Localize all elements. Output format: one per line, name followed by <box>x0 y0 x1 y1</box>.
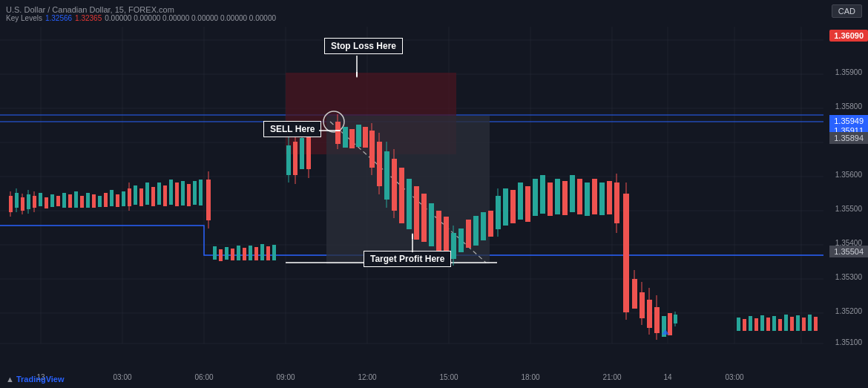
svg-rect-135 <box>503 188 508 226</box>
svg-rect-98 <box>335 122 341 144</box>
key-levels-label: Key Levels <box>6 14 42 22</box>
svg-rect-137 <box>518 183 523 220</box>
svg-rect-65 <box>163 185 167 206</box>
extra-levels: 0.00000 0.00000 0.00000 0.00000 0.00000 … <box>105 14 276 22</box>
svg-rect-119 <box>414 186 419 240</box>
svg-rect-148 <box>599 183 605 215</box>
svg-rect-55 <box>116 194 119 207</box>
stop-loss-annotation: Stop Loss Here <box>324 38 403 54</box>
svg-rect-61 <box>139 188 143 206</box>
svg-rect-141 <box>548 183 553 216</box>
svg-rect-121 <box>429 203 434 246</box>
svg-rect-142 <box>555 179 560 214</box>
svg-rect-128 <box>466 220 471 248</box>
svg-rect-78 <box>231 249 234 260</box>
price-8: 1.35300 <box>835 273 865 281</box>
chart-svg <box>0 27 823 366</box>
svg-rect-136 <box>510 190 516 223</box>
svg-rect-131 <box>488 211 493 237</box>
svg-rect-138 <box>525 186 530 222</box>
svg-rect-122 <box>436 211 441 251</box>
svg-rect-67 <box>175 183 179 206</box>
svg-rect-104 <box>363 127 368 148</box>
svg-rect-47 <box>68 194 72 208</box>
svg-rect-179 <box>772 316 776 331</box>
time-label-0300a: 03:00 <box>113 373 131 381</box>
svg-rect-53 <box>104 193 108 207</box>
svg-rect-178 <box>766 318 770 331</box>
svg-rect-169 <box>674 315 677 323</box>
time-label-1800: 18:00 <box>521 373 539 381</box>
svg-rect-147 <box>592 179 597 214</box>
svg-rect-176 <box>754 318 758 331</box>
symbol-text: U.S. Dollar / Canadian Dollar, 15, FOREX… <box>6 5 174 14</box>
svg-rect-164 <box>654 307 660 333</box>
svg-rect-184 <box>802 318 806 331</box>
svg-rect-183 <box>796 315 800 331</box>
svg-rect-69 <box>187 184 191 206</box>
svg-rect-102 <box>349 129 355 148</box>
symbol-name: U.S. Dollar / Canadian Dollar, 15, FOREX… <box>6 5 276 14</box>
svg-rect-120 <box>421 194 427 242</box>
svg-rect-48 <box>74 191 78 208</box>
svg-rect-149 <box>607 181 612 214</box>
svg-rect-56 <box>122 191 125 206</box>
svg-rect-80 <box>243 248 246 260</box>
svg-rect-64 <box>157 183 161 205</box>
svg-rect-46 <box>62 193 66 208</box>
price-9: 1.35200 <box>835 307 865 315</box>
tradingview-logo: ▲ TradingView <box>6 375 65 384</box>
svg-rect-27 <box>9 196 13 212</box>
svg-rect-57 <box>128 188 131 206</box>
svg-rect-54 <box>110 190 114 206</box>
svg-rect-173 <box>737 318 740 331</box>
sell-here-annotation: SELL Here <box>263 121 321 137</box>
svg-rect-75 <box>213 246 217 260</box>
svg-rect-175 <box>749 316 752 331</box>
svg-rect-71 <box>199 180 203 205</box>
time-label-0600: 06:00 <box>194 373 213 381</box>
svg-rect-62 <box>145 183 149 205</box>
svg-rect-68 <box>181 181 185 205</box>
svg-rect-182 <box>790 317 794 331</box>
top-bar: U.S. Dollar / Canadian Dollar, 15, FOREX… <box>0 0 868 27</box>
svg-rect-94 <box>306 137 311 169</box>
svg-rect-145 <box>577 179 582 214</box>
time-axis: 13 03:00 06:00 09:00 12:00 15:00 18:00 2… <box>0 366 823 388</box>
price-badge-cur: 1.35894 <box>829 132 868 144</box>
svg-rect-124 <box>451 233 456 259</box>
price-badge-bot: 1.35504 <box>829 246 868 257</box>
svg-rect-63 <box>151 187 155 206</box>
time-label-0900: 09:00 <box>276 373 295 381</box>
time-label-14: 14 <box>663 373 671 381</box>
svg-rect-30 <box>15 193 19 208</box>
key-levels: Key Levels 1.32566 1.32365 0.00000 0.000… <box>6 14 276 22</box>
price-3: 1.35800 <box>835 102 865 111</box>
price-5: 1.35600 <box>835 171 865 179</box>
svg-rect-43 <box>45 197 48 208</box>
price-6: 1.35500 <box>835 205 865 213</box>
svg-rect-158 <box>640 292 645 318</box>
svg-rect-185 <box>808 315 812 331</box>
svg-rect-72 <box>206 180 211 220</box>
price-axis: 1.36000 1.35900 1.35800 1.35700 1.35600 … <box>823 27 868 366</box>
svg-rect-129 <box>473 216 479 246</box>
svg-rect-108 <box>377 142 382 186</box>
svg-rect-49 <box>80 196 84 208</box>
time-label-1200: 12:00 <box>358 373 376 381</box>
svg-rect-86 <box>286 145 291 175</box>
svg-rect-111 <box>384 151 389 200</box>
svg-rect-103 <box>356 125 361 147</box>
svg-rect-114 <box>392 159 397 211</box>
svg-rect-36 <box>27 194 30 209</box>
time-label-1500: 15:00 <box>439 373 458 381</box>
svg-rect-130 <box>481 212 486 240</box>
time-label-0300b: 03:00 <box>725 373 743 381</box>
svg-rect-51 <box>92 194 96 208</box>
svg-rect-144 <box>570 175 575 212</box>
svg-rect-105 <box>369 131 375 168</box>
svg-rect-79 <box>237 246 240 260</box>
svg-rect-180 <box>778 319 782 331</box>
chart-container: U.S. Dollar / Canadian Dollar, 15, FOREX… <box>0 0 868 388</box>
svg-rect-127 <box>458 228 464 252</box>
